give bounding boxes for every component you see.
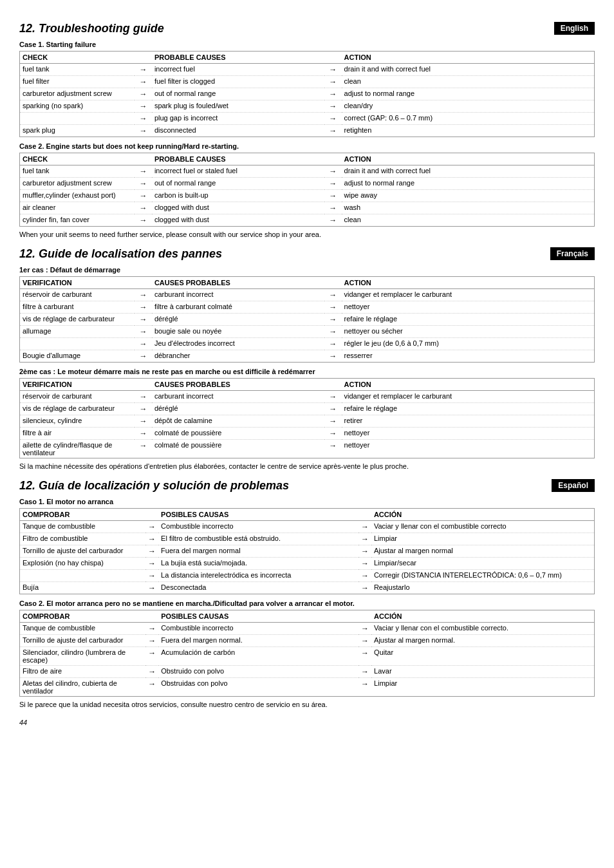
espanol-case2-title: Caso 2. El motor arranca pero no se mant… xyxy=(19,599,595,607)
table-row: filtre à carburant→filtre à carburant co… xyxy=(20,301,595,314)
table-row: Tanque de combustible→Combustible incorr… xyxy=(20,623,595,635)
table-row: fuel filter→fuel filter is clogged→clean xyxy=(20,76,595,88)
table-row: spark plug→disconnected→retighten xyxy=(20,125,595,137)
es-case1-col-check: COMPROBAR xyxy=(20,509,146,521)
table-row: →La distancia interelectródica es incorr… xyxy=(20,570,595,582)
english-case2-col-action: ACTION xyxy=(342,153,595,165)
table-row: Filtro de aire→Obstruido con polvo→Lavar xyxy=(20,666,595,678)
espanol-title: 12. Guía de localización y solución de p… xyxy=(19,479,289,493)
fr-case2-col-action: ACTION xyxy=(342,379,595,391)
espanol-header: 12. Guía de localización y solución de p… xyxy=(19,479,595,493)
table-row: allumage→bougie sale ou noyée→nettoyer o… xyxy=(20,326,595,338)
francais-case1-table: VERIFICATION CAUSES PROBABLES ACTION rés… xyxy=(19,276,595,363)
francais-case2-table: VERIFICATION CAUSES PROBABLES ACTION rés… xyxy=(19,378,595,458)
francais-title: 12. Guide de localisation des pannes xyxy=(19,247,222,261)
espanol-lang-badge: Español xyxy=(552,479,595,492)
table-row: Tornillo de ajuste del carburador→Fuera … xyxy=(20,635,595,647)
fr-case1-col-check: VERIFICATION xyxy=(20,277,135,289)
table-row: ailette de cylindre/flasque de ventilate… xyxy=(20,440,595,458)
fr-case2-col-causes: CAUSES PROBABLES xyxy=(152,379,324,391)
table-row: Silenciador, cilindro (lumbrera de escap… xyxy=(20,647,595,666)
fr-case1-col-causes: CAUSES PROBABLES xyxy=(152,277,324,289)
english-case1-col-check: CHECK xyxy=(20,52,135,64)
table-row: Aletas del cilindro, cubierta de ventila… xyxy=(20,678,595,697)
es-case2-col-check: COMPROBAR xyxy=(20,610,146,623)
table-row: fuel tank→incorrect fuel→drain it and wi… xyxy=(20,64,595,76)
table-row: réservoir de carburant→carburant incorre… xyxy=(20,391,595,403)
table-row: vis de réglage de carburateur→déréglé→re… xyxy=(20,403,595,415)
table-row: Tanque de combustible→Combustible incorr… xyxy=(20,521,595,533)
page-number: 44 xyxy=(19,719,595,726)
table-row: Tornillo de ajuste del carburador→Fuera … xyxy=(20,545,595,558)
table-row: air cleaner→clogged with dust→wash xyxy=(20,202,595,214)
francais-lang-badge: Français xyxy=(550,247,595,260)
english-case2-title: Case 2. Engine starts but does not keep … xyxy=(19,142,595,150)
table-row: fuel tank→incorrect fuel or staled fuel→… xyxy=(20,165,595,178)
table-row: cylinder fin, fan cover→clogged with dus… xyxy=(20,214,595,227)
english-case1-col-causes: PROBABLE CAUSES xyxy=(152,52,324,64)
english-case1-col-action: ACTION xyxy=(342,52,595,64)
table-row: réservoir de carburant→carburant incorre… xyxy=(20,289,595,301)
espanol-case1-table: COMPROBAR POSIBLES CAUSAS ACCIÓN Tanque … xyxy=(19,508,595,594)
english-section: 12. Troubleshooting guide English Case 1… xyxy=(19,22,595,238)
fr-case2-col-check: VERIFICATION xyxy=(20,379,135,391)
francais-note: Si la machine nécessite des opérations d… xyxy=(19,462,595,470)
english-title: 12. Troubleshooting guide xyxy=(19,22,164,35)
es-case2-col-causes: POSIBLES CAUSAS xyxy=(158,610,358,623)
es-case1-col-action: ACCIÓN xyxy=(371,509,595,521)
table-row: silencieux, cylindre→dépôt de calamine→r… xyxy=(20,415,595,428)
table-row: Bougie d'allumage→débrancher→resserrer xyxy=(20,350,595,363)
francais-case1-title: 1er cas : Défaut de démarrage xyxy=(19,266,595,274)
espanol-case1-title: Caso 1. El motor no arranca xyxy=(19,498,595,505)
table-row: sparking (no spark)→spark plug is fouled… xyxy=(20,100,595,113)
english-case1-table: CHECK PROBABLE CAUSES ACTION fuel tank→i… xyxy=(19,51,595,137)
table-row: carburetor adjustment screw→out of norma… xyxy=(20,88,595,100)
english-case2-col-causes: PROBABLE CAUSES xyxy=(152,153,324,165)
english-lang-badge: English xyxy=(554,22,595,35)
table-row: vis de réglage de carburateur→déréglé→re… xyxy=(20,314,595,326)
francais-section: 12. Guide de localisation des pannes Fra… xyxy=(19,247,595,470)
table-row: muffler,cylinder (exhaust port)→carbon i… xyxy=(20,190,595,202)
english-case1-title: Case 1. Starting failure xyxy=(19,41,595,48)
table-row: Explosión (no hay chispa)→La bujía está … xyxy=(20,558,595,570)
english-case2-table: CHECK PROBABLE CAUSES ACTION fuel tank→i… xyxy=(19,153,595,227)
espanol-note: Si le parece que la unidad necesita otro… xyxy=(19,701,595,708)
table-row: filtre à air→colmaté de poussière→nettoy… xyxy=(20,428,595,440)
english-case2-col-check: CHECK xyxy=(20,153,135,165)
fr-case1-col-action: ACTION xyxy=(342,277,595,289)
table-row: carburetor adjustment screw→out of norma… xyxy=(20,178,595,190)
francais-header: 12. Guide de localisation des pannes Fra… xyxy=(19,247,595,261)
francais-case2-title: 2ème cas : Le moteur démarre mais ne res… xyxy=(19,368,595,375)
english-note: When your unit seems to need further ser… xyxy=(19,231,595,238)
espanol-section: 12. Guía de localización y solución de p… xyxy=(19,479,595,708)
table-row: →Jeu d'électrodes incorrect→régler le je… xyxy=(20,338,595,350)
es-case2-col-action: ACCIÓN xyxy=(371,610,594,623)
table-row: →plug gap is incorrect→correct (GAP: 0.6… xyxy=(20,113,595,125)
es-case1-col-causes: POSIBLES CAUSAS xyxy=(158,509,358,521)
english-header: 12. Troubleshooting guide English xyxy=(19,22,595,35)
table-row: Filtro de combustible→El filtro de combu… xyxy=(20,533,595,545)
table-row: Bujía→Desconectada→Reajustarlo xyxy=(20,582,595,594)
espanol-case2-table: COMPROBAR POSIBLES CAUSAS ACCIÓN Tanque … xyxy=(19,610,595,697)
